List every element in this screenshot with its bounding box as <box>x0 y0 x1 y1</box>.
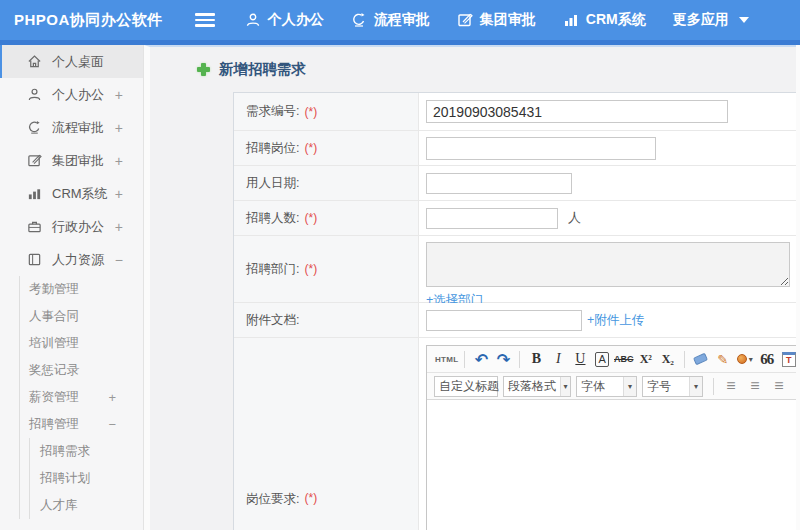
label-text: 招聘人数: <box>246 210 299 227</box>
toolbar-separator <box>519 351 520 368</box>
label-text: 岗位要求: <box>246 491 299 508</box>
sidebar-item-admin-office[interactable]: 行政办公 + <box>0 210 143 243</box>
subscript-icon[interactable]: X₂ <box>658 348 678 370</box>
select-value: 字体 <box>577 378 623 395</box>
underline-button[interactable]: U <box>570 348 590 370</box>
count-unit: 人 <box>568 209 581 227</box>
attachment-input[interactable] <box>426 310 582 331</box>
flow-icon <box>27 120 42 135</box>
highlight-color-icon[interactable]: ▾ <box>735 348 755 370</box>
editor-content-area[interactable] <box>427 400 800 530</box>
expand-plus-icon[interactable]: + <box>115 153 123 169</box>
sidebar-item-rewards[interactable]: 奖惩记录 <box>20 357 143 384</box>
sidebar-item-personal-desktop[interactable]: 个人桌面 <box>0 45 143 78</box>
italic-button[interactable]: I <box>548 348 568 370</box>
bar-chart-icon <box>563 12 579 28</box>
sidebar-item-personal-office[interactable]: 个人办公 + <box>0 78 143 111</box>
field-value: +选择部门 <box>419 236 800 302</box>
date-input[interactable] <box>426 173 572 194</box>
form-row-requirement: 岗位要求: (*) HTML ↶ ↷ B I U A ABC <box>234 338 800 530</box>
blockquote-icon[interactable]: 66 <box>757 348 777 370</box>
sidebar-item-human-resources[interactable]: 人力资源 − <box>0 243 143 276</box>
bold-button[interactable]: B <box>526 348 546 370</box>
sidebar-item-workflow-approval[interactable]: 流程审批 + <box>0 111 143 144</box>
label-text: 用人日期: <box>246 175 299 192</box>
autotypeset-icon[interactable]: A <box>595 352 608 367</box>
align-right-icon[interactable]: ≡ <box>768 375 790 397</box>
align-center-icon[interactable]: ≡ <box>744 375 766 397</box>
expand-plus-icon[interactable]: + <box>115 219 123 235</box>
sidebar-item-attendance[interactable]: 考勤管理 <box>20 276 143 303</box>
main-content: 新增招聘需求 需求编号: (*) 招聘岗位: (*) 用人日期: <box>144 45 800 530</box>
format-painter-icon[interactable]: ✎ <box>713 348 733 370</box>
app-logo: PHPOA协同办公软件 <box>0 11 163 30</box>
position-input[interactable] <box>426 137 656 160</box>
sidebar-item-label: 培训管理 <box>29 335 79 352</box>
eraser-icon[interactable] <box>691 348 711 370</box>
nav-label: 集团审批 <box>480 11 536 29</box>
editor-toolbar-row1: HTML ↶ ↷ B I U A ABC X² X₂ ✎ <box>427 346 800 373</box>
expand-plus-icon[interactable]: + <box>108 390 116 405</box>
right-scrollbar-track[interactable] <box>796 45 800 530</box>
sidebar-item-label: 个人桌面 <box>52 53 104 71</box>
label-text: 需求编号: <box>246 103 299 120</box>
form-row-count: 招聘人数: (*) 人 <box>234 201 800 236</box>
recruit-submenu: 招聘需求 招聘计划 人才库 <box>29 438 143 519</box>
edit-icon <box>27 153 42 168</box>
book-icon <box>27 252 42 267</box>
nav-workflow-approval[interactable]: 流程审批 <box>351 11 430 29</box>
sidebar-item-training[interactable]: 培训管理 <box>20 330 143 357</box>
sidebar: 个人桌面 个人办公 + 流程审批 + 集团审批 + CRM系统 + 行政办公 +… <box>0 45 144 530</box>
nav-label: 流程审批 <box>374 11 430 29</box>
select-value: 自定义标题 <box>435 378 503 395</box>
sidebar-item-talent-pool[interactable]: 人才库 <box>30 492 143 519</box>
paragraph-format-select[interactable]: 段落格式 ▾ <box>503 376 571 397</box>
person-icon <box>245 12 261 28</box>
superscript-icon[interactable]: X² <box>636 348 656 370</box>
label-text: 附件文档: <box>246 312 299 329</box>
nav-personal-office[interactable]: 个人办公 <box>245 11 324 29</box>
sidebar-item-recruit-plan[interactable]: 招聘计划 <box>30 465 143 492</box>
sidebar-item-recruit-mgmt[interactable]: 招聘管理 − <box>20 411 143 438</box>
html-source-button[interactable]: HTML <box>435 348 458 370</box>
field-value <box>419 131 800 165</box>
label-text: 招聘岗位: <box>246 140 299 157</box>
nav-more-apps[interactable]: 更多应用 <box>673 11 749 29</box>
hamburger-menu-icon[interactable] <box>195 13 215 27</box>
select-value: 段落格式 <box>504 378 560 395</box>
sidebar-item-label: 招聘管理 <box>29 416 79 433</box>
redo-icon[interactable]: ↷ <box>493 348 513 370</box>
sidebar-item-salary[interactable]: 薪资管理 + <box>20 384 143 411</box>
expand-plus-icon[interactable]: + <box>115 87 123 103</box>
count-input[interactable] <box>426 208 558 229</box>
department-textarea[interactable] <box>426 242 790 287</box>
sidebar-item-label: 招聘需求 <box>40 443 90 460</box>
nav-crm-system[interactable]: CRM系统 <box>563 11 646 29</box>
nav-label: 更多应用 <box>673 11 729 29</box>
font-size-select[interactable]: 字号 ▾ <box>642 376 703 397</box>
req-no-input[interactable] <box>426 100 728 123</box>
expand-plus-icon[interactable]: + <box>115 186 123 202</box>
briefcase-icon <box>27 219 42 234</box>
sidebar-item-recruit-demand[interactable]: 招聘需求 <box>30 438 143 465</box>
sidebar-item-hr-contract[interactable]: 人事合同 <box>20 303 143 330</box>
caret-down-icon: ▾ <box>689 377 702 396</box>
strikethrough-icon[interactable]: ABC <box>614 348 634 370</box>
sidebar-item-label: 流程审批 <box>52 119 104 137</box>
custom-title-select[interactable]: 自定义标题 ▾ <box>434 376 498 397</box>
nav-group-approval[interactable]: 集团审批 <box>457 11 536 29</box>
expand-plus-icon[interactable]: + <box>115 120 123 136</box>
select-value: 字号 <box>643 378 689 395</box>
font-family-select[interactable]: 字体 ▾ <box>576 376 637 397</box>
upload-attachment-link[interactable]: +附件上传 <box>587 312 644 329</box>
form-row-date: 用人日期: <box>234 166 800 201</box>
sidebar-item-group-approval[interactable]: 集团审批 + <box>0 144 143 177</box>
required-mark: (*) <box>304 211 317 225</box>
sidebar-item-crm-system[interactable]: CRM系统 + <box>0 177 143 210</box>
align-left-icon[interactable]: ≡ <box>720 375 742 397</box>
undo-icon[interactable]: ↶ <box>471 348 491 370</box>
caret-down-icon: ▾ <box>623 377 636 396</box>
collapse-minus-icon[interactable]: − <box>115 252 123 268</box>
collapse-minus-icon[interactable]: − <box>108 417 116 432</box>
sidebar-item-label: 人事合同 <box>29 308 79 325</box>
